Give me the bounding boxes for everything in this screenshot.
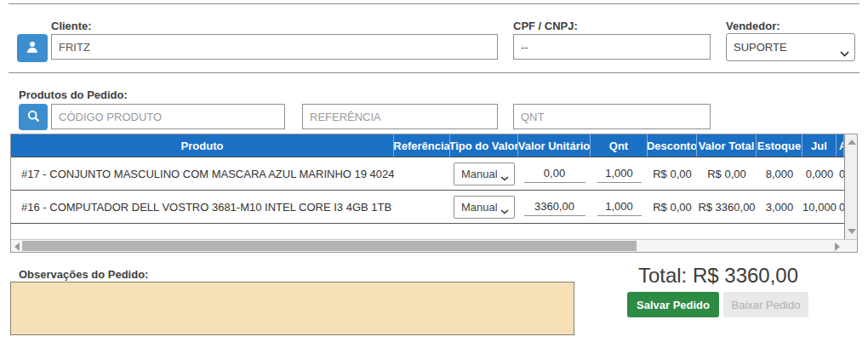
order-form-page: Cliente: CPF / CNPJ: Vendedor: SUPORTE P… [0,0,868,348]
jul-cell: 10,000 [802,191,837,223]
tipo-valor-select[interactable]: Manual [454,196,515,219]
produto-cell: #17 - CONJUNTO MASCULINO COM MASCARA AZU… [11,157,394,190]
desconto-cell: R$ 0,00 [648,191,697,223]
products-table: Produto Referência Tipo do Valor Valor U… [10,134,858,253]
valor-unitario-row-input[interactable] [524,164,585,183]
estoque-cell: 3,000 [757,191,802,223]
column-header-produto: Produto [11,134,394,157]
products-table-header-row: Produto Referência Tipo do Valor Valor U… [11,134,844,157]
truncated-cell: 0, [837,157,844,190]
salvar-pedido-button[interactable]: Salvar Pedido [627,292,719,317]
observacoes-textarea[interactable] [10,282,574,335]
section-divider [9,72,859,73]
column-header-desconto: Desconto [648,134,697,157]
column-header-valor-total: Valor Total [697,134,757,157]
column-header-estoque: Estoque [757,134,802,157]
produto-cell: #16 - COMPUTADOR DELL VOSTRO 3681-M10 IN… [11,191,394,223]
column-header-valor-unitario: Valor Unitário [518,134,591,157]
cliente-input[interactable] [51,34,498,60]
vendedor-label: Vendedor: [726,20,780,32]
qnt-row-input[interactable] [597,197,642,216]
referencia-cell [394,157,450,190]
top-divider [9,3,859,4]
column-header-truncated: A [837,134,844,157]
column-header-referencia: Referência [394,134,450,157]
cliente-label: Cliente: [51,20,92,32]
product-search-button[interactable] [19,104,48,130]
column-header-jul: Jul [802,134,837,157]
qnt-row-input[interactable] [597,164,642,183]
cpf-cnpj-label: CPF / CNPJ: [513,20,578,32]
user-icon [26,41,38,56]
valor-total-cell: R$ 0,00 [697,157,757,190]
vendedor-select[interactable]: SUPORTE [726,33,855,61]
tipo-valor-select[interactable]: Manual [454,163,515,185]
column-header-qnt: Qnt [591,134,648,157]
observacoes-label: Observações do Pedido: [19,268,148,281]
codigo-produto-input[interactable] [51,104,285,129]
scroll-down-icon[interactable] [848,229,856,234]
desconto-cell: R$ 0,00 [648,157,697,190]
qnt-input[interactable] [513,104,711,129]
estoque-cell: 8,000 [757,157,802,190]
scroll-left-icon[interactable] [14,242,20,251]
truncated-cell: 0, [837,191,844,223]
cpf-cnpj-input[interactable] [513,34,711,60]
scroll-up-icon[interactable] [848,140,856,145]
vertical-scrollbar[interactable] [844,134,857,239]
products-table-body: Produto Referência Tipo do Valor Valor U… [11,134,844,239]
referencia-input[interactable] [302,104,498,129]
produtos-do-pedido-label: Produtos do Pedido: [19,88,128,101]
horizontal-scrollbar[interactable] [11,239,857,252]
valor-unitario-row-input[interactable] [524,197,585,216]
scroll-right-icon[interactable] [835,242,840,251]
column-header-tipo-do-valor: Tipo do Valor [450,134,518,157]
valor-total-cell: R$ 3360,00 [697,191,757,223]
order-total: Total: R$ 3360,00 [585,264,851,288]
baixar-pedido-button[interactable]: Baixar Pedido [723,292,808,317]
table-empty-area [11,224,844,239]
search-icon [27,110,40,125]
table-row: #17 - CONJUNTO MASCULINO COM MASCARA AZU… [11,157,844,191]
referencia-cell [394,191,450,223]
jul-cell: 0,000 [802,157,837,190]
horizontal-scrollbar-thumb[interactable] [22,241,637,251]
table-row: #16 - COMPUTADOR DELL VOSTRO 3681-M10 IN… [11,191,844,224]
client-lookup-button[interactable] [17,34,48,62]
